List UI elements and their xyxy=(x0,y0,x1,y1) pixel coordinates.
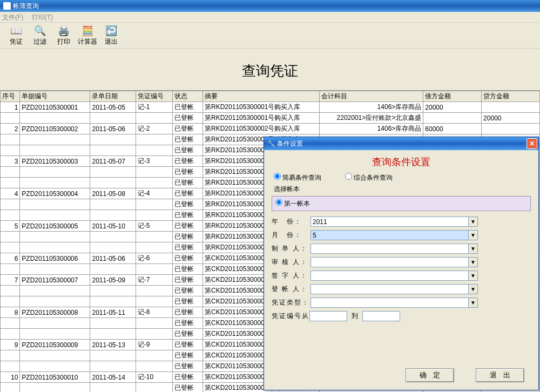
chevron-down-icon[interactable]: ▼ xyxy=(469,298,478,308)
cell: 记-8 xyxy=(136,307,172,318)
ledger-box: 第一帐本 xyxy=(272,196,531,211)
cell xyxy=(136,210,172,221)
cell xyxy=(20,318,90,329)
radio-complex-input[interactable] xyxy=(345,173,352,180)
cell: 已登帐 xyxy=(172,113,202,124)
radio-ledger-first-input[interactable] xyxy=(275,199,282,206)
cell xyxy=(136,167,172,178)
toolbar-calc-button[interactable]: 🧮 计算器 xyxy=(76,24,99,46)
cell xyxy=(90,350,136,361)
cell: 记-1 xyxy=(136,102,172,113)
cell xyxy=(1,329,20,340)
vno-to-input[interactable] xyxy=(362,311,400,321)
auditor-input[interactable] xyxy=(310,257,469,267)
grid-header-cell[interactable]: 单据编号 xyxy=(20,91,90,102)
cell xyxy=(136,286,172,296)
cell xyxy=(20,264,90,275)
cell: 1406>库存商品 xyxy=(320,124,423,134)
toolbar-exit-label: 退出 xyxy=(105,37,118,46)
cell: 已登帐 xyxy=(172,264,202,275)
cell xyxy=(20,350,90,361)
cell: 记-9 xyxy=(136,340,172,350)
vno-from-input[interactable] xyxy=(309,311,347,321)
cell xyxy=(136,134,172,145)
menu-file[interactable]: 文件(F) xyxy=(2,13,23,21)
cell xyxy=(136,199,172,210)
cell: 已登帐 xyxy=(172,156,202,167)
cell xyxy=(20,361,90,372)
toolbar-print-button[interactable]: 🖨️ 打印 xyxy=(52,24,76,46)
toolbar-filter-button[interactable]: 🔍 过滤 xyxy=(28,24,52,46)
close-icon[interactable]: ✕ xyxy=(526,138,537,149)
radio-ledger-first[interactable]: 第一帐本 xyxy=(275,200,310,207)
cell xyxy=(90,134,136,145)
cell: 2 xyxy=(1,124,20,134)
cell: 第RKD201105300001号购买入库 xyxy=(203,113,320,124)
month-input[interactable] xyxy=(310,230,469,240)
cell: 已登帐 xyxy=(172,383,202,393)
cell xyxy=(1,199,20,210)
grid-header-cell[interactable]: 借方金额 xyxy=(423,91,482,102)
cell: PZD201105300007 xyxy=(20,275,90,286)
maker-label: 制 单 人： xyxy=(272,244,310,253)
cell: PZD201105300001 xyxy=(20,102,90,113)
radio-complex[interactable]: 综合条件查询 xyxy=(345,174,393,181)
cell xyxy=(136,113,172,124)
grid-header-cell[interactable]: 摘要 xyxy=(203,91,320,102)
cell xyxy=(1,210,20,221)
cell xyxy=(20,113,90,124)
chevron-down-icon[interactable]: ▼ xyxy=(469,284,478,294)
radio-simple-input[interactable] xyxy=(274,173,281,180)
cell: 记-6 xyxy=(136,253,172,264)
table-row[interactable]: 1PZD2011053000012011-05-05记-1已登帐第RKD2011… xyxy=(1,102,540,113)
chevron-down-icon[interactable]: ▼ xyxy=(469,257,478,267)
cell xyxy=(90,113,136,124)
cell xyxy=(90,167,136,178)
window-titlebar: 帐薄查询 xyxy=(0,0,540,12)
cell: 已登帐 xyxy=(172,350,202,361)
vtype-input[interactable] xyxy=(310,298,469,308)
grid-header-row: 序号单据编号录单日期凭证编号状态摘要会计科目借方金额贷方金额 xyxy=(1,91,540,102)
cell: 已登帐 xyxy=(172,242,202,253)
grid-header-cell[interactable]: 状态 xyxy=(172,91,202,102)
year-input[interactable] xyxy=(310,217,469,227)
cell xyxy=(20,296,90,307)
menu-print[interactable]: 打印(T) xyxy=(32,13,53,21)
cell xyxy=(90,329,136,340)
grid-header-cell[interactable]: 序号 xyxy=(1,91,20,102)
cell: 6 xyxy=(1,253,20,264)
exit-button[interactable]: 退出 xyxy=(476,368,524,382)
poster-input[interactable] xyxy=(310,284,469,294)
maker-input[interactable] xyxy=(310,244,469,254)
cell: PZD201105300008 xyxy=(20,307,90,318)
cell: 2011-05-08 xyxy=(90,188,136,199)
cell xyxy=(136,232,172,242)
cell xyxy=(1,286,20,296)
page-title: 查询凭证 xyxy=(0,49,540,90)
table-row[interactable]: 已登帐第RKD201105300001号购买入库2202001>应付账款>北京鑫… xyxy=(1,113,540,124)
toolbar-exit-button[interactable]: ↩️ 退出 xyxy=(99,24,123,46)
cell xyxy=(90,296,136,307)
cell: PZD201105300002 xyxy=(20,124,90,134)
cell xyxy=(20,329,90,340)
toolbar-voucher-button[interactable]: 📖 凭证 xyxy=(4,24,28,46)
cell xyxy=(1,361,20,372)
cell xyxy=(90,242,136,253)
radio-simple[interactable]: 简易条件查询 xyxy=(274,174,321,181)
dialog-titlebar[interactable]: 🔧 条件设置 ✕ xyxy=(264,137,538,150)
year-label: 年 份： xyxy=(272,217,310,226)
grid-header-cell[interactable]: 录单日期 xyxy=(90,91,136,102)
grid-header-cell[interactable]: 贷方金额 xyxy=(482,91,540,102)
cell: 2011-05-07 xyxy=(90,156,136,167)
chevron-down-icon[interactable]: ▼ xyxy=(469,244,478,254)
cell xyxy=(136,318,172,329)
grid-header-cell[interactable]: 凭证编号 xyxy=(136,91,172,102)
chevron-down-icon[interactable]: ▼ xyxy=(469,271,478,281)
chevron-down-icon[interactable]: ▼ xyxy=(469,230,478,240)
ok-button[interactable]: 确定 xyxy=(406,368,454,382)
cell: 记-4 xyxy=(136,188,172,199)
signer-input[interactable] xyxy=(310,271,469,281)
chevron-down-icon[interactable]: ▼ xyxy=(469,217,478,227)
grid-header-cell[interactable]: 会计科目 xyxy=(320,91,423,102)
table-row[interactable]: 2PZD2011053000022011-05-06记-2已登帐第RKD2011… xyxy=(1,124,540,134)
